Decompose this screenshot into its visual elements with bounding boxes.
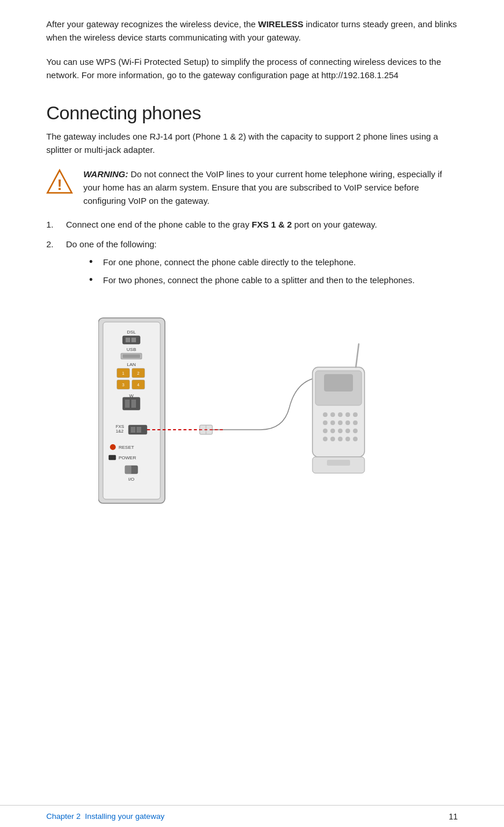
svg-rect-25: [131, 400, 136, 408]
svg-rect-67: [327, 460, 350, 466]
svg-text:I/O: I/O: [128, 477, 135, 482]
svg-point-61: [323, 437, 328, 441]
diagram-svg: DSL USB LAN 1 2 3 4 W A N: [98, 309, 446, 524]
svg-point-52: [330, 420, 335, 425]
svg-rect-39: [125, 466, 138, 474]
svg-text:POWER: POWER: [119, 455, 136, 460]
svg-text:W: W: [129, 393, 134, 398]
svg-rect-10: [123, 354, 140, 358]
svg-text:RESET: RESET: [119, 445, 134, 450]
svg-rect-43: [315, 371, 362, 405]
intro-paragraph-2: You can use WPS (Wi-Fi Protected Setup) …: [46, 55, 458, 82]
svg-point-50: [353, 412, 358, 417]
svg-point-57: [330, 429, 335, 433]
svg-point-54: [345, 420, 350, 425]
footer-link: Installing your gateway: [85, 812, 164, 821]
svg-point-53: [338, 420, 343, 425]
warning-icon: !: [46, 169, 73, 195]
svg-point-48: [338, 412, 343, 417]
page-content: After your gateway recognizes the wirele…: [0, 0, 504, 570]
svg-rect-23: [123, 397, 140, 410]
svg-rect-30: [137, 427, 141, 433]
svg-point-51: [323, 420, 328, 425]
svg-rect-16: [117, 380, 130, 389]
bullet-item-1: • For one phone, connect the phone cable…: [89, 255, 415, 269]
svg-point-59: [345, 429, 350, 433]
svg-rect-24: [125, 400, 130, 408]
bullet-list: • For one phone, connect the phone cable…: [89, 255, 415, 287]
svg-rect-12: [117, 368, 130, 378]
svg-point-63: [338, 437, 343, 441]
svg-rect-42: [312, 367, 365, 457]
svg-point-46: [323, 412, 328, 417]
svg-rect-18: [132, 380, 145, 389]
svg-text:N: N: [130, 404, 133, 409]
step-1: 1. Connect one end of the phone cable to…: [46, 218, 458, 231]
svg-line-44: [356, 344, 359, 367]
svg-rect-37: [109, 455, 116, 460]
footer-chapter: Chapter 2: [46, 812, 80, 821]
svg-point-58: [338, 429, 343, 433]
svg-point-60: [353, 429, 358, 433]
footer: Chapter 2 Installing your gateway 11: [0, 805, 504, 827]
svg-point-47: [330, 412, 335, 417]
svg-text:1&2: 1&2: [116, 429, 123, 434]
diagram-area: DSL USB LAN 1 2 3 4 W A N: [46, 309, 458, 524]
svg-rect-3: [103, 322, 160, 499]
svg-rect-2: [98, 318, 165, 503]
svg-rect-9: [121, 353, 142, 359]
svg-rect-32: [200, 425, 212, 434]
svg-text:DSL: DSL: [127, 330, 136, 335]
step-2: 2. Do one of the following: • For one ph…: [46, 237, 458, 292]
footer-page: 11: [448, 812, 458, 821]
footer-left: Chapter 2 Installing your gateway: [46, 812, 164, 821]
svg-rect-6: [126, 338, 130, 342]
svg-text:A: A: [130, 398, 133, 404]
svg-rect-66: [312, 457, 365, 473]
svg-point-62: [330, 437, 335, 441]
svg-point-35: [110, 444, 116, 450]
svg-text:4: 4: [137, 383, 139, 387]
svg-point-64: [345, 437, 350, 441]
svg-point-55: [353, 420, 358, 425]
svg-rect-7: [131, 338, 136, 342]
svg-rect-40: [125, 466, 131, 474]
warning-text: WARNING: Do not connect the VoIP lines t…: [83, 167, 458, 208]
svg-point-49: [345, 412, 350, 417]
svg-rect-14: [132, 368, 145, 378]
svg-point-56: [323, 429, 328, 433]
numbered-list: 1. Connect one end of the phone cable to…: [46, 218, 458, 291]
svg-rect-45: [324, 374, 353, 391]
svg-rect-29: [131, 427, 135, 433]
svg-text:LAN: LAN: [127, 362, 136, 367]
svg-point-65: [353, 437, 358, 441]
section-heading: Connecting phones: [46, 103, 458, 124]
svg-text:3: 3: [122, 383, 124, 387]
svg-rect-5: [123, 336, 140, 344]
svg-rect-28: [128, 425, 147, 434]
svg-text:!: !: [57, 176, 62, 193]
svg-text:FXS: FXS: [116, 424, 124, 429]
intro-paragraph-1: After your gateway recognizes the wirele…: [46, 17, 458, 45]
warning-block: ! WARNING: Do not connect the VoIP lines…: [46, 167, 458, 208]
svg-text:2: 2: [137, 371, 139, 375]
bullet-item-2: • For two phones, connect the phone cabl…: [89, 273, 415, 287]
svg-text:USB: USB: [127, 347, 136, 352]
section-subtext: The gateway includes one RJ-14 port (Pho…: [46, 130, 458, 157]
svg-text:1: 1: [122, 371, 124, 375]
